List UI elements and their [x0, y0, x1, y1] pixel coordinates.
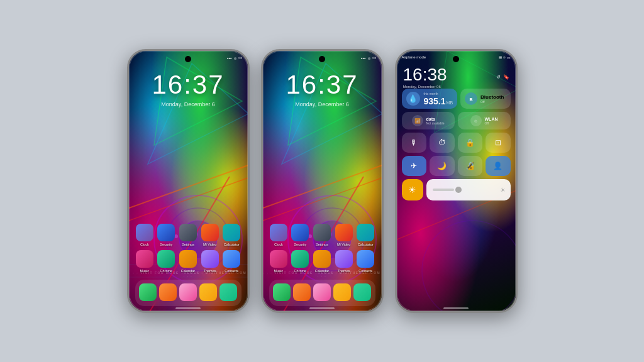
- svg-line-5: [129, 164, 250, 208]
- chrome-icon-1: [157, 250, 175, 268]
- home-indicator-3: [443, 307, 469, 309]
- cc-privacy-tile[interactable]: 🔏: [458, 156, 483, 176]
- data-usage-value-row: 935.1 MB: [424, 97, 453, 106]
- app-row-2-1: Clock Security Settings Mi Video Calcula…: [268, 224, 377, 246]
- dock-camera-2[interactable]: [313, 283, 331, 301]
- data-usage-number: 935.1: [424, 97, 446, 106]
- svg-line-20: [263, 177, 384, 221]
- punch-hole-1: [185, 56, 191, 62]
- app-contacts-2[interactable]: Contacts: [356, 250, 375, 273]
- battery-icon: ▭: [238, 55, 243, 60]
- mivideo-icon-1: [201, 224, 219, 241]
- contacts-icon-1: [223, 250, 240, 268]
- cc-wlan-tile[interactable]: ⌾ WLAN Off: [458, 112, 511, 129]
- volume-button[interactable]: [248, 133, 250, 167]
- app-row-2-2: Music Chrome Calendar Themes Contacts: [268, 250, 377, 273]
- cc-scan-tile[interactable]: ⊡: [486, 133, 511, 153]
- app-settings-1[interactable]: Settings: [179, 224, 197, 246]
- security-icon-1: [157, 224, 175, 241]
- brightness-thumb: [455, 187, 462, 193]
- bookmark-icon[interactable]: 🔖: [503, 74, 509, 80]
- themes-icon-1: [201, 250, 219, 268]
- dock-phone-2[interactable]: [273, 283, 291, 301]
- cc-time-row: 16:38 Monday, December 06 ↺ 🔖: [403, 65, 509, 89]
- svg-line-19: [263, 164, 384, 208]
- signal-icon: ▪▪▪: [227, 56, 231, 60]
- data-usage-unit: MB: [447, 101, 453, 105]
- app-row-1-1: Clock Security Settings Mi Video Calcula…: [134, 224, 243, 246]
- phone2: ▪▪▪ ⌾ ▭ 16:37 Monday, December 6 Clock S…: [261, 49, 384, 313]
- app-themes-2[interactable]: Themes: [335, 250, 353, 273]
- volume-button-2[interactable]: [382, 133, 384, 167]
- app-contacts-1[interactable]: Contacts: [222, 250, 241, 273]
- app-clock-2[interactable]: Clock: [269, 224, 288, 246]
- app-calculator-1[interactable]: Calculator: [222, 224, 241, 246]
- app-chrome-2[interactable]: Chrome: [291, 250, 309, 273]
- cc-brightness-row: ☀ ☀: [402, 179, 511, 200]
- clock-label-1: Clock: [140, 243, 149, 246]
- dock-files-2[interactable]: [333, 283, 351, 301]
- app-mivideo-2[interactable]: Mi Video: [335, 224, 353, 246]
- app-music-2[interactable]: Music: [269, 250, 288, 273]
- app-music-1[interactable]: Music: [135, 250, 154, 273]
- app-calculator-2[interactable]: Calculator: [356, 224, 375, 246]
- punch-hole-2: [319, 56, 325, 62]
- dock-gallery-2[interactable]: [293, 283, 311, 301]
- music-icon-1: [136, 250, 153, 268]
- cc-brightness-slider[interactable]: ☀: [426, 179, 511, 200]
- power-button[interactable]: [248, 101, 250, 126]
- clock-icon-1: [136, 224, 153, 241]
- history-icon[interactable]: ↺: [496, 74, 501, 80]
- cc-sun-tile[interactable]: ☀: [402, 179, 423, 200]
- cc-lock-tile[interactable]: 🔒: [458, 133, 483, 153]
- app-calendar-2[interactable]: Calendar: [313, 250, 331, 273]
- brightness-sun-dim-icon: ☀: [500, 187, 506, 194]
- dock-messages-1[interactable]: [219, 283, 237, 301]
- cc-mic-tile[interactable]: 🎙: [402, 133, 427, 153]
- lock-time-2: 16:37: [263, 70, 382, 100]
- app-clock-1[interactable]: Clock: [135, 224, 154, 246]
- cc-person-tile[interactable]: 👤: [486, 156, 511, 176]
- dock-phone-1[interactable]: [139, 283, 157, 301]
- volume-left-button-3[interactable]: [395, 114, 396, 133]
- app-grid-2: Clock Security Settings Mi Video Calcula…: [263, 224, 382, 277]
- cc-moon-tile[interactable]: 🌙: [430, 156, 455, 176]
- mobile-data-label: data: [426, 117, 445, 121]
- svg-point-27: [422, 221, 518, 313]
- app-chrome-1[interactable]: Chrome: [157, 250, 175, 273]
- power-button-2[interactable]: [382, 101, 384, 126]
- app-settings-2[interactable]: Settings: [313, 224, 331, 246]
- cc-airplane-tile[interactable]: ✈: [402, 156, 427, 176]
- calendar-icon-1: [179, 250, 197, 268]
- volume-button-3[interactable]: [516, 133, 518, 167]
- app-themes-1[interactable]: Themes: [201, 250, 219, 273]
- dock-messages-2[interactable]: [353, 283, 371, 301]
- wifi-icon: ⌾: [234, 56, 236, 60]
- wlan-status: Off: [485, 121, 498, 125]
- wlan-info: WLAN Off: [485, 117, 498, 125]
- cc-data-usage-tile[interactable]: 💧 this month 935.1 MB: [402, 89, 458, 109]
- watermark-2: · · · VISIT FOR MORE THEMES - MIUITHEMER…: [263, 271, 382, 278]
- volume-left-button-2[interactable]: [261, 114, 262, 133]
- wlan-icon: ⌾: [470, 115, 482, 126]
- cc-mobile-data-tile[interactable]: 📶 data Not available: [402, 112, 455, 129]
- phone1-wrapper: ▪▪▪ ⌾ ▭ 16:37 Monday, December 6 Clock S…: [127, 49, 250, 313]
- cc-bluetooth-tile[interactable]: ʙ Bluetooth Off: [460, 89, 510, 109]
- dock-files-1[interactable]: [199, 283, 217, 301]
- dock-camera-1[interactable]: [179, 283, 197, 301]
- app-mivideo-1[interactable]: Mi Video: [201, 224, 219, 246]
- app-calendar-1[interactable]: Calendar: [179, 250, 197, 273]
- wlan-label: WLAN: [485, 117, 498, 121]
- lock-time-1: 16:37: [129, 70, 248, 100]
- app-grid-1: Clock Security Settings Mi Video Calcula…: [129, 224, 248, 277]
- dock-gallery-1[interactable]: [159, 283, 177, 301]
- cc-timer-tile[interactable]: ⏱: [430, 133, 455, 153]
- power-button-3[interactable]: [516, 101, 518, 126]
- bluetooth-label: Bluetooth: [480, 94, 504, 100]
- data-droplet-icon: 💧: [406, 92, 420, 106]
- app-security-2[interactable]: Security: [291, 224, 309, 246]
- calculator-icon-1: [223, 224, 240, 241]
- volume-left-button[interactable]: [127, 114, 128, 133]
- calendar-icon-2: [313, 250, 331, 268]
- app-security-1[interactable]: Security: [157, 224, 175, 246]
